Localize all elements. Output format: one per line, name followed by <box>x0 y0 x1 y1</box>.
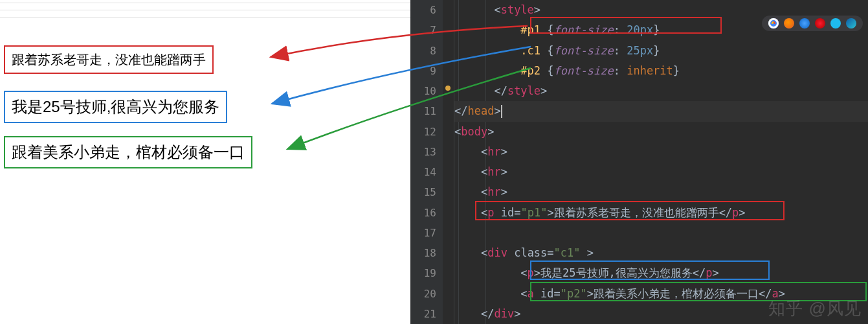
rendered-text-p1: 跟着苏系老哥走，没准也能蹭两手 <box>4 45 214 74</box>
line-number[interactable]: 16 <box>410 203 443 223</box>
code-editor[interactable]: 6 7 8 9 10 11 12 13 14 15 16 17 18 19 20… <box>410 0 868 324</box>
code-line: #p2 {font-size: inherit} <box>454 61 868 81</box>
line-number[interactable]: 12 <box>410 122 443 142</box>
line-number[interactable]: 21 <box>410 304 443 324</box>
line-number[interactable]: 10 <box>410 81 443 101</box>
line-number[interactable]: 13 <box>410 142 443 162</box>
gutter-marker-icon <box>445 86 451 91</box>
code-line: .c1 {font-size: 25px} <box>454 41 868 61</box>
hr-line <box>0 3 410 3</box>
text-cursor <box>501 105 502 118</box>
code-text-area[interactable]: <style> #p1 {font-size: 20px} .c1 {font-… <box>454 0 868 324</box>
line-number[interactable]: 17 <box>410 223 443 243</box>
code-line: </style> <box>454 81 868 101</box>
code-line: <hr> <box>454 182 868 202</box>
browser-render-pane: 跟着苏系老哥走，没准也能蹭两手 我是25号技师,很高兴为您服务 跟着美系小弟走，… <box>0 0 410 324</box>
line-number[interactable]: 20 <box>410 284 443 304</box>
line-number[interactable]: 14 <box>410 162 443 182</box>
edge-icon[interactable] <box>846 18 856 29</box>
line-number[interactable]: 6 <box>410 0 443 20</box>
code-line: <p id="p1">跟着苏系老哥走，没准也能蹭两手</p> <box>454 203 868 223</box>
line-number[interactable]: 7 <box>410 20 443 40</box>
safari-icon[interactable] <box>799 18 810 29</box>
line-number[interactable]: 19 <box>410 263 443 283</box>
line-number[interactable]: 15 <box>410 182 443 202</box>
opera-icon[interactable] <box>815 18 825 29</box>
line-number-gutter[interactable]: 6 7 8 9 10 11 12 13 14 15 16 17 18 19 20… <box>410 0 443 324</box>
line-number[interactable]: 18 <box>410 243 443 263</box>
line-number[interactable]: 11 <box>410 101 443 121</box>
browser-toolbar[interactable] <box>762 16 863 31</box>
firefox-icon[interactable] <box>784 18 794 29</box>
code-line <box>454 223 868 243</box>
chrome-icon[interactable] <box>768 18 779 29</box>
code-line-active: </head> <box>454 101 868 121</box>
hr-line <box>0 10 410 10</box>
hr-line <box>0 17 410 17</box>
line-number[interactable]: 8 <box>410 41 443 61</box>
code-line: <hr> <box>454 142 868 162</box>
line-number[interactable]: 9 <box>410 61 443 81</box>
fold-gutter[interactable] <box>443 0 454 324</box>
code-line: <p>我是25号技师,很高兴为您服务</p> <box>454 263 868 283</box>
rendered-text-c1-p: 我是25号技师,很高兴为您服务 <box>4 91 227 123</box>
code-line: <div class="c1" > <box>454 243 868 263</box>
rendered-text-p2: 跟着美系小弟走，棺材必须备一口 <box>4 136 252 168</box>
code-line: <hr> <box>454 162 868 182</box>
ie-icon[interactable] <box>830 18 841 29</box>
code-line: <body> <box>454 122 868 142</box>
watermark: 知乎 @风见 <box>768 297 862 320</box>
